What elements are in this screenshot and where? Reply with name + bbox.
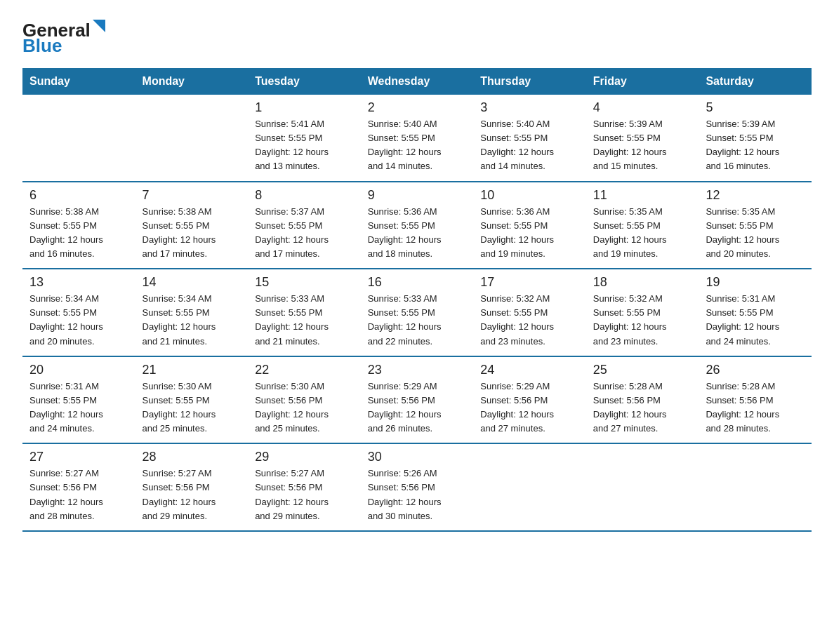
day-info: Sunrise: 5:27 AM Sunset: 5:56 PM Dayligh… (143, 467, 241, 523)
calendar-cell: 16Sunrise: 5:33 AM Sunset: 5:55 PM Dayli… (361, 269, 474, 356)
calendar-cell: 19Sunrise: 5:31 AM Sunset: 5:55 PM Dayli… (699, 269, 812, 356)
weekday-header-wednesday: Wednesday (361, 68, 474, 95)
day-info: Sunrise: 5:28 AM Sunset: 5:56 PM Dayligh… (593, 380, 692, 436)
day-info: Sunrise: 5:32 AM Sunset: 5:55 PM Dayligh… (593, 292, 692, 349)
day-info: Sunrise: 5:37 AM Sunset: 5:55 PM Dayligh… (255, 205, 354, 262)
calendar-cell: 2Sunrise: 5:40 AM Sunset: 5:55 PM Daylig… (361, 95, 474, 182)
calendar-cell: 13Sunrise: 5:34 AM Sunset: 5:55 PM Dayli… (22, 269, 135, 356)
page-header: GeneralBlue (22, 17, 812, 55)
calendar-cell: 27Sunrise: 5:27 AM Sunset: 5:56 PM Dayli… (22, 443, 135, 531)
week-row-1: 1Sunrise: 5:41 AM Sunset: 5:55 PM Daylig… (22, 95, 812, 182)
calendar-cell: 9Sunrise: 5:36 AM Sunset: 5:55 PM Daylig… (361, 182, 474, 269)
day-number: 5 (706, 100, 805, 115)
day-info: Sunrise: 5:32 AM Sunset: 5:55 PM Dayligh… (480, 292, 579, 349)
day-number: 30 (368, 450, 467, 464)
day-number: 8 (255, 188, 354, 203)
calendar-cell: 25Sunrise: 5:28 AM Sunset: 5:56 PM Dayli… (586, 356, 699, 444)
calendar-cell: 1Sunrise: 5:41 AM Sunset: 5:55 PM Daylig… (248, 95, 361, 182)
day-info: Sunrise: 5:34 AM Sunset: 5:55 PM Dayligh… (29, 292, 128, 349)
day-number: 6 (29, 188, 128, 203)
weekday-header-row: SundayMondayTuesdayWednesdayThursdayFrid… (22, 68, 812, 95)
day-info: Sunrise: 5:27 AM Sunset: 5:56 PM Dayligh… (255, 467, 354, 523)
day-number: 16 (368, 275, 467, 290)
calendar-cell (473, 443, 586, 531)
day-number: 15 (255, 275, 354, 290)
calendar-cell: 20Sunrise: 5:31 AM Sunset: 5:55 PM Dayli… (22, 356, 135, 444)
day-number: 25 (593, 363, 692, 377)
day-info: Sunrise: 5:35 AM Sunset: 5:55 PM Dayligh… (706, 205, 805, 262)
calendar-cell (586, 443, 699, 531)
day-number: 21 (143, 363, 241, 377)
logo-svg: GeneralBlue (22, 17, 107, 55)
day-number: 27 (29, 450, 128, 464)
day-info: Sunrise: 5:40 AM Sunset: 5:55 PM Dayligh… (480, 117, 579, 174)
calendar-cell: 30Sunrise: 5:26 AM Sunset: 5:56 PM Dayli… (361, 443, 474, 531)
calendar-cell: 6Sunrise: 5:38 AM Sunset: 5:55 PM Daylig… (22, 182, 135, 269)
day-number: 13 (29, 275, 128, 290)
day-info: Sunrise: 5:39 AM Sunset: 5:55 PM Dayligh… (593, 117, 692, 174)
day-number: 23 (368, 363, 467, 377)
day-info: Sunrise: 5:30 AM Sunset: 5:56 PM Dayligh… (255, 380, 354, 436)
weekday-header-tuesday: Tuesday (248, 68, 361, 95)
calendar-cell: 15Sunrise: 5:33 AM Sunset: 5:55 PM Dayli… (248, 269, 361, 356)
day-info: Sunrise: 5:30 AM Sunset: 5:55 PM Dayligh… (143, 380, 241, 436)
day-info: Sunrise: 5:29 AM Sunset: 5:56 PM Dayligh… (368, 380, 467, 436)
day-number: 28 (143, 450, 241, 464)
day-number: 10 (480, 188, 579, 203)
day-info: Sunrise: 5:31 AM Sunset: 5:55 PM Dayligh… (706, 292, 805, 349)
week-row-5: 27Sunrise: 5:27 AM Sunset: 5:56 PM Dayli… (22, 443, 812, 531)
calendar-cell (699, 443, 812, 531)
day-info: Sunrise: 5:36 AM Sunset: 5:55 PM Dayligh… (480, 205, 579, 262)
calendar-cell: 29Sunrise: 5:27 AM Sunset: 5:56 PM Dayli… (248, 443, 361, 531)
calendar-cell: 8Sunrise: 5:37 AM Sunset: 5:55 PM Daylig… (248, 182, 361, 269)
day-info: Sunrise: 5:31 AM Sunset: 5:55 PM Dayligh… (29, 380, 128, 436)
day-info: Sunrise: 5:33 AM Sunset: 5:55 PM Dayligh… (255, 292, 354, 349)
day-number: 22 (255, 363, 354, 377)
calendar-cell: 28Sunrise: 5:27 AM Sunset: 5:56 PM Dayli… (135, 443, 249, 531)
svg-text:Blue: Blue (22, 35, 62, 55)
day-info: Sunrise: 5:27 AM Sunset: 5:56 PM Dayligh… (29, 467, 128, 523)
weekday-header-monday: Monday (135, 68, 249, 95)
day-number: 1 (255, 100, 354, 115)
day-info: Sunrise: 5:39 AM Sunset: 5:55 PM Dayligh… (706, 117, 805, 174)
calendar-cell: 23Sunrise: 5:29 AM Sunset: 5:56 PM Dayli… (361, 356, 474, 444)
calendar-cell: 3Sunrise: 5:40 AM Sunset: 5:55 PM Daylig… (473, 95, 586, 182)
weekday-header-saturday: Saturday (699, 68, 812, 95)
week-row-3: 13Sunrise: 5:34 AM Sunset: 5:55 PM Dayli… (22, 269, 812, 356)
day-number: 17 (480, 275, 579, 290)
day-number: 7 (143, 188, 241, 203)
calendar-cell: 14Sunrise: 5:34 AM Sunset: 5:55 PM Dayli… (135, 269, 249, 356)
logo: GeneralBlue (22, 17, 107, 55)
weekday-header-sunday: Sunday (22, 68, 135, 95)
day-number: 4 (593, 100, 692, 115)
calendar-cell: 10Sunrise: 5:36 AM Sunset: 5:55 PM Dayli… (473, 182, 586, 269)
calendar-cell: 24Sunrise: 5:29 AM Sunset: 5:56 PM Dayli… (473, 356, 586, 444)
day-info: Sunrise: 5:40 AM Sunset: 5:55 PM Dayligh… (368, 117, 467, 174)
day-info: Sunrise: 5:35 AM Sunset: 5:55 PM Dayligh… (593, 205, 692, 262)
day-info: Sunrise: 5:38 AM Sunset: 5:55 PM Dayligh… (29, 205, 128, 262)
day-info: Sunrise: 5:41 AM Sunset: 5:55 PM Dayligh… (255, 117, 354, 174)
calendar-cell: 4Sunrise: 5:39 AM Sunset: 5:55 PM Daylig… (586, 95, 699, 182)
week-row-4: 20Sunrise: 5:31 AM Sunset: 5:55 PM Dayli… (22, 356, 812, 444)
calendar-cell: 26Sunrise: 5:28 AM Sunset: 5:56 PM Dayli… (699, 356, 812, 444)
day-number: 9 (368, 188, 467, 203)
weekday-header-thursday: Thursday (473, 68, 586, 95)
day-number: 11 (593, 188, 692, 203)
day-info: Sunrise: 5:38 AM Sunset: 5:55 PM Dayligh… (143, 205, 241, 262)
day-info: Sunrise: 5:29 AM Sunset: 5:56 PM Dayligh… (480, 380, 579, 436)
weekday-header-friday: Friday (586, 68, 699, 95)
calendar-cell: 12Sunrise: 5:35 AM Sunset: 5:55 PM Dayli… (699, 182, 812, 269)
day-number: 12 (706, 188, 805, 203)
day-number: 14 (143, 275, 241, 290)
calendar-cell: 17Sunrise: 5:32 AM Sunset: 5:55 PM Dayli… (473, 269, 586, 356)
svg-marker-1 (93, 20, 105, 32)
day-number: 24 (480, 363, 579, 377)
day-number: 2 (368, 100, 467, 115)
week-row-2: 6Sunrise: 5:38 AM Sunset: 5:55 PM Daylig… (22, 182, 812, 269)
day-info: Sunrise: 5:34 AM Sunset: 5:55 PM Dayligh… (143, 292, 241, 349)
day-number: 29 (255, 450, 354, 464)
day-number: 20 (29, 363, 128, 377)
day-number: 18 (593, 275, 692, 290)
day-info: Sunrise: 5:33 AM Sunset: 5:55 PM Dayligh… (368, 292, 467, 349)
calendar-cell: 5Sunrise: 5:39 AM Sunset: 5:55 PM Daylig… (699, 95, 812, 182)
